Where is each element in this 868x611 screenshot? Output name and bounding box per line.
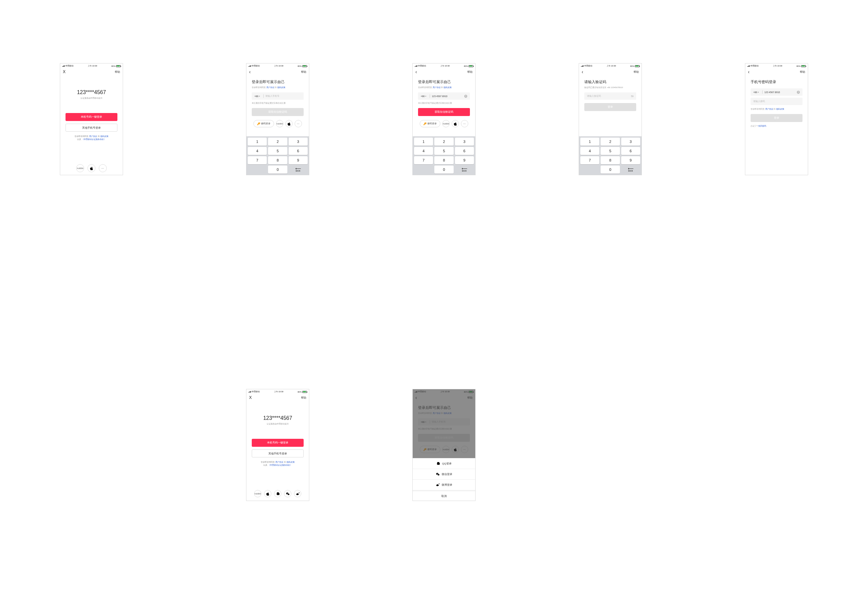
user-agreement-link[interactable]: 用户协议 <box>275 461 283 463</box>
phone-input[interactable]: +86▾ 123 4567 8910 ✕ <box>750 88 803 96</box>
more-login-button[interactable]: ··· <box>99 164 107 172</box>
key-backspace[interactable]: ⟵BACK <box>455 166 474 173</box>
phone-input[interactable]: +86▾ 请输入手机号 <box>252 93 304 100</box>
apple-login-button[interactable] <box>452 120 459 127</box>
key-8[interactable]: 8 <box>434 156 453 164</box>
key-0[interactable]: 0 <box>434 166 453 173</box>
toutiao-login-button[interactable]: 头条图标 <box>76 164 84 172</box>
help-button[interactable]: 帮助 <box>634 70 639 74</box>
battery-icon <box>468 65 473 67</box>
key-7[interactable]: 7 <box>414 156 433 164</box>
clear-input-button[interactable]: ✕ <box>464 95 467 98</box>
key-4[interactable]: 4 <box>248 147 267 155</box>
back-button[interactable]: ‹ <box>582 70 583 74</box>
password-login-button[interactable]: 密码登录 <box>253 120 274 127</box>
apple-login-button[interactable] <box>264 490 271 497</box>
one-tap-login-button[interactable]: 本机号码一键登录 <box>252 439 304 447</box>
qq-login-button[interactable] <box>274 490 281 497</box>
key-0[interactable]: 0 <box>268 166 287 173</box>
password-login-button[interactable]: 密码登录 <box>420 120 440 127</box>
reset-password-link[interactable]: 找回密码 <box>758 125 766 127</box>
nav-bar: X 帮助 <box>246 394 309 402</box>
help-button[interactable]: 帮助 <box>800 70 805 74</box>
key-3[interactable]: 3 <box>621 138 640 145</box>
key-8[interactable]: 8 <box>601 156 620 164</box>
key-2[interactable]: 2 <box>601 138 620 145</box>
key-backspace[interactable]: ⟵BACK <box>289 166 308 173</box>
user-agreement-link[interactable]: 用户协议 <box>267 87 274 88</box>
toutiao-login-button[interactable]: 头条图标 <box>254 490 261 497</box>
close-button[interactable]: X <box>249 395 252 400</box>
password-input[interactable]: 请输入密码 <box>750 98 803 105</box>
status-bar: 中国移动 上午 10:30 80% <box>246 63 309 68</box>
key-8[interactable]: 8 <box>268 156 287 164</box>
key-2[interactable]: 2 <box>268 138 287 145</box>
sheet-weibo-login[interactable]: 微博登录 <box>413 480 475 490</box>
key-2[interactable]: 2 <box>434 138 453 145</box>
clear-input-button[interactable]: ✕ <box>797 91 800 94</box>
sheet-qq-login[interactable]: QQ登录 <box>413 458 475 469</box>
key-9[interactable]: 9 <box>289 156 308 164</box>
back-button[interactable]: ‹ <box>415 70 417 74</box>
apple-login-button[interactable] <box>87 164 95 172</box>
country-code-select[interactable]: +86▾ <box>421 95 426 97</box>
key-1[interactable]: 1 <box>248 138 267 145</box>
close-button[interactable]: X <box>63 70 65 74</box>
help-button[interactable]: 帮助 <box>301 70 306 74</box>
help-button[interactable]: 帮助 <box>467 70 473 74</box>
user-agreement-link[interactable]: 用户协议 <box>89 135 97 137</box>
help-button[interactable]: 帮助 <box>115 70 120 74</box>
agreement-text: 登录即表明同意 用户协议 和 隐私政策 <box>418 86 470 89</box>
country-code-select[interactable]: +86▾ <box>753 91 759 93</box>
other-phone-login-button[interactable]: 其他手机号登录 <box>252 449 304 458</box>
privacy-policy-link[interactable]: 隐私政策 <box>277 87 285 88</box>
privacy-policy-link[interactable]: 隐私政策 <box>287 461 294 463</box>
more-login-button[interactable]: ··· <box>294 120 302 127</box>
key-3[interactable]: 3 <box>455 138 474 145</box>
key-5[interactable]: 5 <box>268 147 287 155</box>
weibo-login-button[interactable] <box>294 490 301 497</box>
back-button[interactable]: ‹ <box>249 70 251 74</box>
back-button[interactable]: ‹ <box>748 70 750 74</box>
other-phone-login-button[interactable]: 其他手机号登录 <box>65 124 118 131</box>
toutiao-login-button[interactable]: 头条图标 <box>442 120 450 127</box>
key-6[interactable]: 6 <box>455 147 474 155</box>
wechat-login-button[interactable] <box>284 490 291 497</box>
country-code-select[interactable]: +86▾ <box>254 95 260 97</box>
user-agreement-link[interactable]: 用户协议 <box>765 108 773 110</box>
get-sms-code-button[interactable]: 获取短信验证码 <box>418 108 470 116</box>
help-button[interactable]: 帮助 <box>301 396 306 399</box>
modal-overlay[interactable] <box>413 389 475 458</box>
user-agreement-link[interactable]: 用户协议 <box>432 87 441 88</box>
key-7[interactable]: 7 <box>580 156 599 164</box>
battery-icon <box>302 65 307 67</box>
key-3[interactable]: 3 <box>289 138 308 145</box>
key-1[interactable]: 1 <box>414 138 433 145</box>
phone-input[interactable]: +86▾ 123 4567 8910 ✕ <box>418 93 470 100</box>
toutiao-login-button[interactable]: 头条图标 <box>276 120 283 127</box>
key-7[interactable]: 7 <box>248 156 267 164</box>
key-4[interactable]: 4 <box>580 147 599 155</box>
privacy-policy-link[interactable]: 隐私政策 <box>444 87 452 88</box>
one-tap-login-button[interactable]: 本机号码一键登录 <box>65 113 118 121</box>
key-0[interactable]: 0 <box>601 166 620 173</box>
privacy-policy-link[interactable]: 隐私政策 <box>776 108 784 110</box>
sheet-wechat-login[interactable]: 微信登录 <box>413 469 475 480</box>
key-backspace[interactable]: ⟵BACK <box>621 166 640 173</box>
key-1[interactable]: 1 <box>580 138 599 145</box>
page-title: 登录后即可展示自己 <box>418 79 470 84</box>
key-9[interactable]: 9 <box>621 156 640 164</box>
key-5[interactable]: 5 <box>434 147 453 155</box>
key-4[interactable]: 4 <box>414 147 433 155</box>
code-input[interactable]: 请输入验证码 59 <box>584 93 636 100</box>
cmcc-terms-link[interactable]: 《中国移动认证服务条款》 <box>82 138 106 140</box>
key-9[interactable]: 9 <box>455 156 474 164</box>
apple-login-button[interactable] <box>285 120 293 127</box>
key-6[interactable]: 6 <box>289 147 308 155</box>
sheet-cancel-button[interactable]: 取消 <box>413 490 475 501</box>
cmcc-terms-link[interactable]: 《中国移动认证服务条款》 <box>268 464 292 466</box>
more-login-button[interactable]: ··· <box>461 120 468 127</box>
key-5[interactable]: 5 <box>601 147 620 155</box>
key-6[interactable]: 6 <box>621 147 640 155</box>
privacy-policy-link[interactable]: 隐私政策 <box>101 135 108 137</box>
